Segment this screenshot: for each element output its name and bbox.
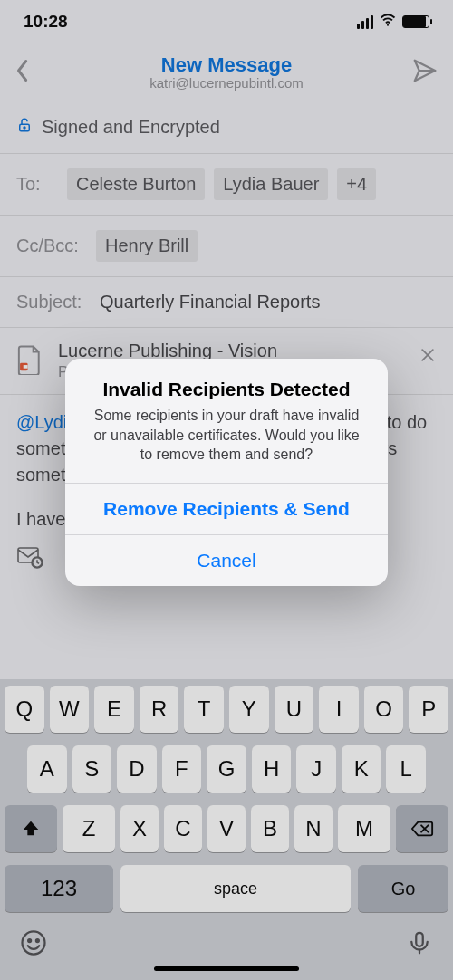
backspace-key[interactable] — [396, 805, 448, 852]
recipient-more[interactable]: +4 — [337, 168, 376, 200]
nav-subtitle: katri@lucernepubintl.com — [0, 75, 453, 91]
send-button[interactable] — [411, 57, 439, 88]
key-d[interactable]: D — [117, 745, 157, 793]
lock-icon — [16, 116, 33, 139]
status-bar: 10:28 — [0, 0, 453, 43]
key-h[interactable]: H — [252, 745, 292, 793]
key-y[interactable]: Y — [229, 686, 269, 733]
to-label: To: — [16, 174, 58, 195]
cc-label: Cc/Bcc: — [16, 235, 87, 256]
to-row[interactable]: To: Celeste Burton Lydia Bauer +4 — [0, 154, 453, 216]
alert-cancel-button[interactable]: Cancel — [65, 534, 388, 586]
home-indicator[interactable] — [154, 966, 299, 971]
battery-icon — [402, 15, 429, 28]
key-b[interactable]: B — [251, 805, 289, 852]
recipient-chip[interactable]: Lydia Bauer — [214, 168, 328, 200]
key-m[interactable]: M — [338, 805, 390, 852]
cellular-icon — [357, 15, 373, 29]
nav-title: New Message — [0, 53, 453, 77]
key-t[interactable]: T — [184, 686, 224, 733]
emoji-key[interactable] — [20, 929, 47, 960]
alert-title: Invalid Recipients Detected — [89, 379, 364, 400]
svg-rect-15 — [416, 933, 423, 946]
key-g[interactable]: G — [207, 745, 246, 793]
dictation-key[interactable] — [406, 929, 433, 960]
key-x[interactable]: X — [120, 805, 159, 852]
svg-point-12 — [23, 932, 45, 955]
key-a[interactable]: A — [27, 745, 67, 793]
alert-dialog: Invalid Recipients Detected Some recipie… — [65, 359, 388, 586]
go-key[interactable]: Go — [358, 865, 448, 912]
key-j[interactable]: J — [296, 745, 336, 793]
shift-key[interactable] — [5, 805, 57, 852]
wifi-icon — [379, 11, 397, 34]
cc-row[interactable]: Cc/Bcc: Henry Brill — [0, 216, 453, 277]
svg-rect-4 — [24, 365, 28, 369]
space-key[interactable]: space — [120, 865, 351, 912]
keyboard: QWERTYUIOP ASDFGHJKL ZXCVBNM 123 space G… — [0, 679, 453, 980]
remove-attachment-button[interactable] — [419, 346, 437, 368]
svg-point-2 — [24, 127, 25, 129]
numbers-key[interactable]: 123 — [5, 865, 113, 912]
recipient-chip[interactable]: Henry Brill — [96, 230, 198, 262]
key-f[interactable]: F — [162, 745, 202, 793]
key-v[interactable]: V — [207, 805, 246, 852]
status-time: 10:28 — [24, 12, 68, 32]
recipient-chip[interactable]: Celeste Burton — [67, 168, 205, 200]
alert-primary-button[interactable]: Remove Recipients & Send — [65, 483, 388, 534]
key-p[interactable]: P — [409, 686, 448, 733]
svg-point-14 — [36, 939, 39, 942]
key-u[interactable]: U — [275, 686, 314, 733]
key-z[interactable]: Z — [63, 805, 115, 852]
key-k[interactable]: K — [342, 745, 381, 793]
security-label: Signed and Encrypted — [42, 117, 220, 138]
key-q[interactable]: Q — [5, 686, 44, 733]
security-row[interactable]: Signed and Encrypted — [0, 101, 453, 154]
subject-value: Quarterly Financial Reports — [100, 292, 320, 312]
alert-message: Some recipients in your draft have inval… — [89, 406, 364, 465]
status-right — [357, 11, 429, 34]
key-n[interactable]: N — [294, 805, 333, 852]
key-r[interactable]: R — [140, 686, 179, 733]
subject-label: Subject: — [16, 292, 91, 312]
key-c[interactable]: C — [164, 805, 202, 852]
key-s[interactable]: S — [72, 745, 112, 793]
key-w[interactable]: W — [50, 686, 90, 733]
back-button[interactable] — [14, 58, 40, 87]
subject-row[interactable]: Subject: Quarterly Financial Reports — [0, 277, 453, 328]
svg-point-0 — [387, 24, 389, 25]
svg-point-13 — [28, 939, 31, 942]
document-icon — [16, 344, 43, 379]
schedule-icon[interactable] — [16, 545, 43, 576]
key-e[interactable]: E — [94, 686, 134, 733]
key-l[interactable]: L — [386, 745, 426, 793]
nav-bar: New Message katri@lucernepubintl.com — [0, 43, 453, 101]
key-o[interactable]: O — [364, 686, 404, 733]
key-i[interactable]: I — [319, 686, 359, 733]
